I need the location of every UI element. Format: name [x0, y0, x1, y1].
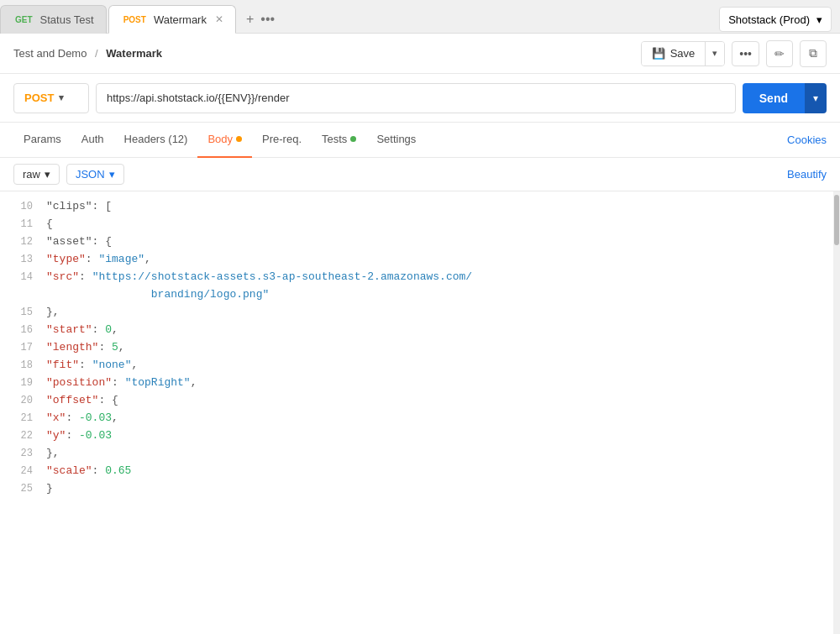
- edit-icon: ✏: [774, 47, 785, 60]
- code-line-13: 13 "type": "image",: [0, 251, 840, 269]
- breadcrumb-current: Watermark: [106, 47, 162, 60]
- body-toolbar: raw ▾ JSON ▾ Beautify: [0, 158, 840, 191]
- raw-selector[interactable]: raw ▾: [13, 164, 60, 185]
- line-number-11: 11: [0, 216, 46, 233]
- line-content-25: }: [46, 480, 840, 498]
- get-badge: GET: [13, 14, 35, 25]
- tab-headers-label: Headers (12): [124, 133, 188, 145]
- method-label: POST: [24, 92, 54, 104]
- json-label: JSON: [76, 168, 105, 181]
- tab-settings-label: Settings: [376, 133, 416, 145]
- scrollbar-track[interactable]: [833, 191, 840, 634]
- code-line-14: 14 "src": "https://shotstack-assets.s3-a…: [0, 269, 840, 286]
- method-selector[interactable]: POST ▾: [13, 83, 89, 113]
- cookies-link[interactable]: Cookies: [787, 134, 827, 146]
- send-button[interactable]: Send: [743, 83, 805, 113]
- environment-selector[interactable]: Shotstack (Prod) ▾: [719, 7, 832, 32]
- url-input[interactable]: [96, 83, 736, 113]
- json-chevron-icon: ▾: [109, 168, 115, 181]
- save-button[interactable]: 💾 Save: [642, 42, 706, 65]
- line-number-17: 17: [0, 339, 46, 356]
- code-line-20: 20 "offset": {: [0, 392, 840, 410]
- line-number-13: 13: [0, 251, 46, 268]
- beautify-button[interactable]: Beautify: [787, 168, 827, 181]
- tab-watermark[interactable]: POST Watermark ✕: [108, 5, 236, 34]
- tab-bar: GET Status Test POST Watermark ✕ + ••• S…: [0, 0, 840, 34]
- line-number-20: 20: [0, 392, 46, 409]
- copy-icon: ⧉: [809, 46, 817, 60]
- send-button-group: Send ▾: [743, 83, 827, 113]
- more-options-button[interactable]: •••: [732, 41, 759, 66]
- tab-params-label: Params: [24, 133, 61, 145]
- line-number-14: 14: [0, 269, 46, 286]
- json-selector[interactable]: JSON ▾: [66, 164, 124, 185]
- more-tabs-button[interactable]: •••: [260, 12, 275, 27]
- line-content-22: "y": -0.03: [46, 427, 840, 445]
- code-line-22: 22 "y": -0.03: [0, 427, 840, 445]
- line-number-10: 10: [0, 198, 46, 215]
- line-content-15: },: [46, 304, 840, 322]
- code-line-17: 17 "length": 5,: [0, 339, 840, 357]
- copy-button[interactable]: ⧉: [800, 40, 827, 67]
- tab-tests-label: Tests: [322, 133, 347, 145]
- code-line-18: 18 "fit": "none",: [0, 357, 840, 375]
- line-number-21: 21: [0, 410, 46, 427]
- code-editor[interactable]: 10 "clips": [ 11 { 12 "asset": { 13 "typ…: [0, 191, 840, 634]
- scrollbar-thumb[interactable]: [834, 195, 839, 245]
- code-line-11: 11 {: [0, 216, 840, 233]
- tab-prereq[interactable]: Pre-req.: [252, 123, 312, 158]
- raw-label: raw: [23, 168, 40, 181]
- toolbar-right: 💾 Save ▾ ••• ✏ ⧉: [641, 40, 827, 67]
- code-line-24: 24 "scale": 0.65: [0, 463, 840, 480]
- tab-status-test-label: Status Test: [40, 13, 94, 26]
- line-content-20: "offset": {: [46, 392, 840, 410]
- tab-settings[interactable]: Settings: [366, 123, 426, 158]
- breadcrumb: Test and Demo / Watermark: [13, 47, 641, 60]
- line-content-23: },: [46, 445, 840, 463]
- code-line-23: 23 },: [0, 445, 840, 463]
- breadcrumb-separator: /: [95, 47, 98, 60]
- environment-chevron-icon: ▾: [816, 13, 822, 26]
- new-tab-button[interactable]: +: [246, 12, 254, 27]
- edit-button[interactable]: ✏: [766, 40, 793, 67]
- environment-label: Shotstack (Prod): [728, 13, 810, 26]
- code-line-21: 21 "x": -0.03,: [0, 410, 840, 427]
- save-chevron-icon: ▾: [712, 48, 717, 59]
- line-content-19: "position": "topRight",: [46, 375, 840, 392]
- code-line-14b: branding/logo.png": [0, 286, 840, 304]
- code-line-25: 25 }: [0, 480, 840, 498]
- tab-auth[interactable]: Auth: [71, 123, 114, 158]
- tab-watermark-label: Watermark: [154, 13, 207, 26]
- send-chevron-button[interactable]: ▾: [805, 83, 827, 113]
- code-line-12: 12 "asset": {: [0, 233, 840, 251]
- nav-tabs: Params Auth Headers (12) Body Pre-req. T…: [0, 123, 840, 158]
- tab-prereq-label: Pre-req.: [262, 133, 302, 145]
- raw-chevron-icon: ▾: [45, 168, 50, 181]
- code-line-19: 19 "position": "topRight",: [0, 375, 840, 392]
- tab-actions: + •••: [238, 5, 283, 33]
- tab-body-label: Body: [207, 133, 233, 145]
- save-label: Save: [670, 47, 696, 60]
- code-line-16: 16 "start": 0,: [0, 322, 840, 339]
- line-content-18: "fit": "none",: [46, 357, 840, 375]
- save-icon: 💾: [652, 47, 665, 60]
- line-number-12: 12: [0, 233, 46, 250]
- tab-params[interactable]: Params: [13, 123, 71, 158]
- tab-body[interactable]: Body: [197, 123, 252, 158]
- line-content-17: "length": 5,: [46, 339, 840, 357]
- tab-status-test[interactable]: GET Status Test: [0, 5, 107, 34]
- line-content-13: "type": "image",: [46, 251, 840, 269]
- tab-headers[interactable]: Headers (12): [114, 123, 198, 158]
- breadcrumb-collection[interactable]: Test and Demo: [13, 47, 87, 60]
- save-chevron-button[interactable]: ▾: [705, 42, 724, 65]
- line-content-16: "start": 0,: [46, 322, 840, 339]
- tab-tests[interactable]: Tests: [312, 123, 366, 158]
- save-button-group: 💾 Save ▾: [641, 41, 726, 66]
- line-content-12: "asset": {: [46, 233, 840, 251]
- line-content-21: "x": -0.03,: [46, 410, 840, 427]
- line-content-14: "src": "https://shotstack-assets.s3-ap-s…: [46, 269, 840, 286]
- toolbar: Test and Demo / Watermark 💾 Save ▾ ••• ✏…: [0, 34, 840, 74]
- close-tab-button[interactable]: ✕: [215, 13, 223, 25]
- request-bar: POST ▾ Send ▾: [0, 74, 840, 123]
- line-number-14b: [0, 286, 46, 287]
